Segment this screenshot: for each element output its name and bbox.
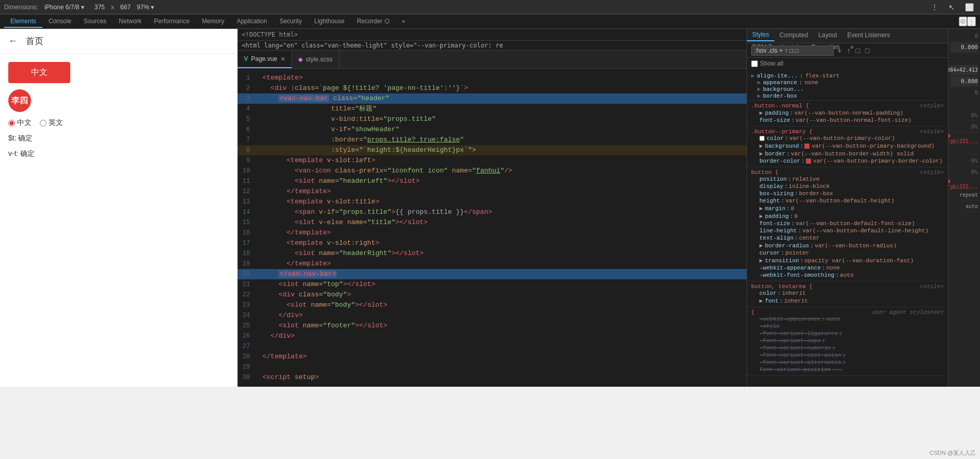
code-line-28: 28 </template> [238,352,746,362]
code-tab-close[interactable]: ✕ [281,56,285,62]
background-swatch[interactable] [804,144,810,149]
style-tab-event-listeners[interactable]: Event Listeners [842,29,895,41]
tab-security[interactable]: Security [273,15,308,28]
html-line2: <html lang="en" class="van-theme-light" … [242,42,503,49]
num-row-rgb2: ■ rgb(255... [951,179,978,189]
chinese-btn[interactable]: 中文 [8,62,70,83]
rule-header-button: button { <style> [751,169,944,176]
prop-ua-appearance: -webkit-appearance : auto [751,315,944,323]
code-line-1: 1 <template> [238,73,746,83]
style-tab-computed[interactable]: Computed [774,29,813,41]
prop-ua-east-asian: -font-variant-east-asian ; [751,352,944,359]
prop-webkit-appearance: -webkit-appearance: none [751,264,944,272]
add-style-btn[interactable]: + [836,46,843,55]
code-line-3: 3 <van-nav-bar class="header" [238,93,746,104]
prop-font-size-normal: font-size : var(--van-button-normal-font… [751,117,944,124]
num-row-empty1 [951,54,978,64]
code-line-16: 16 </template> [238,228,746,238]
num-row-dimensions: 27.984×42.413 [951,65,978,75]
show-all-row: Show all [747,58,948,69]
show-all-checkbox[interactable] [751,60,758,67]
radio-english[interactable]: 英文 [40,118,63,128]
styles-content[interactable]: ▶ align-ite... : flex-start ▶ appearance… [747,69,948,387]
prop-height: height: var(--van-button-default-height) [751,197,944,204]
code-line-12: 12 </template> [238,186,746,197]
device-selector[interactable]: iPhone 6/7/8 ▾ [44,4,84,11]
tab-recorder[interactable]: Recorder ⌬ [351,15,396,28]
style-tab-layout[interactable]: Layout [813,29,842,41]
tab-performance[interactable]: Performance [148,15,196,28]
code-line-27: 27 [238,341,746,352]
toggle-style-btn[interactable]: ↑ [845,46,852,55]
prop-padding-normal: ▶ padding : var(--van-button-normal-padd… [751,109,944,117]
num-row-0pct-3: 0% [951,156,978,166]
tab-console[interactable]: Console [42,15,77,28]
style-rule-button-normal: .button--normal { <style> ▶ padding : va… [747,101,948,126]
height-input: 667 [120,4,131,11]
customize-icon[interactable]: ⋮ [967,17,976,26]
label-vt: v-t: 确定 [8,149,229,159]
num-row-0-2: 0 [951,88,978,98]
num-row-empty2 [951,99,978,109]
code-tabs: V Page.vue ✕ ◆ style.scss [238,51,746,69]
prop-color-checkbox[interactable] [759,136,765,141]
more-options-btn[interactable]: ⋮ [929,2,940,12]
device-label: Dimensions: [4,4,38,11]
code-line-23: 23 <slot name="body"></slot> [238,300,746,310]
prop-color-textarea: color: inherit [751,290,944,297]
prop-position: position: relative [751,176,944,183]
num-row-0800-2: 0.800 [951,76,978,87]
tab-network[interactable]: Network [113,15,148,28]
zoom-selector[interactable]: 97% ▾ [137,4,154,11]
prop-ua-style: -style [751,323,944,330]
prop-font-size: font-size: var(--van-button-default-font… [751,220,944,227]
code-line-5: 5 v-bind:title="props.title" [238,114,746,124]
tab-sources[interactable]: Sources [77,15,113,28]
avatar: 李四 [8,89,31,112]
tab-more[interactable]: » [396,15,412,28]
rule-header-user-agent: { user agent stylesheet [751,309,944,315]
code-line-17: 17 <template v-slot:right> [238,238,746,248]
style-rule-button-textarea: button, textarea { <style> color: inheri… [747,281,948,307]
prop-font-textarea: ▶ font: inherit [751,297,944,305]
radio-chinese[interactable]: 中文 [8,118,32,128]
prop-padding: ▶ padding: 0 [751,212,944,220]
radio-english-input[interactable] [40,120,46,126]
rule-header-normal: .button--normal { <style> [751,103,944,109]
num-row-0pct-4: 0% [951,167,978,178]
styles-toolbar: + ↑ □ □ [747,43,948,58]
code-tab-page-vue[interactable]: V Page.vue ✕ [238,51,292,68]
style-tab-styles[interactable]: Styles [747,29,774,41]
prop-ua-caps: -font-variant-caps ; [751,337,944,344]
code-line-22: 22 <div class="body"> [238,290,746,300]
tab-lighthouse[interactable]: Lighthouse [308,15,351,28]
background-arrow2: ▶ [757,92,761,99]
code-line-29: 29 [238,362,746,372]
device-frame-icon[interactable]: ⬜ [963,2,976,12]
prop-border-radius: ▶ border-radius: var(--van-button-radius… [751,242,944,249]
code-line-6: 6 v-if="showHeader" [238,124,746,135]
tab-memory[interactable]: Memory [196,15,230,28]
rule-header-primary: .button--primary { <style> [751,129,944,135]
border-color-swatch[interactable] [806,159,811,164]
code-line-30: 30 <script setup> [238,372,746,383]
more-style-btn[interactable]: □ [864,46,871,55]
code-tab-style-scss[interactable]: ◆ style.scss [292,51,339,68]
styles-filter-input[interactable] [751,45,834,56]
code-content[interactable]: 1 <template> 2 <div :class=`page ${!titl… [238,69,746,387]
phone-preview-pane: ← 首页 中文 李四 中文 英文 $t: 确定 v-t [0,29,238,387]
appearance-arrow: ▶ [757,79,761,86]
code-line-18: 18 <slot name="headerRight"></slot> [238,248,746,259]
num-row-empty3 [951,145,978,155]
tab-elements[interactable]: Elements [4,15,42,28]
settings-icon[interactable]: ⚙ [959,17,967,26]
code-line-26: 26 </div> [238,331,746,341]
code-line-14: 14 <span v-if="props.title">{{ props.tit… [238,207,746,217]
tab-application[interactable]: Application [230,15,273,28]
radio-chinese-input[interactable] [8,120,15,126]
prop-display: display: inline-block [751,183,944,190]
new-style-rule-btn[interactable]: □ [854,46,861,55]
show-all-label: Show all [760,60,783,67]
pointer-icon[interactable]: ↖ [946,2,957,12]
back-button[interactable]: ← [8,36,18,46]
